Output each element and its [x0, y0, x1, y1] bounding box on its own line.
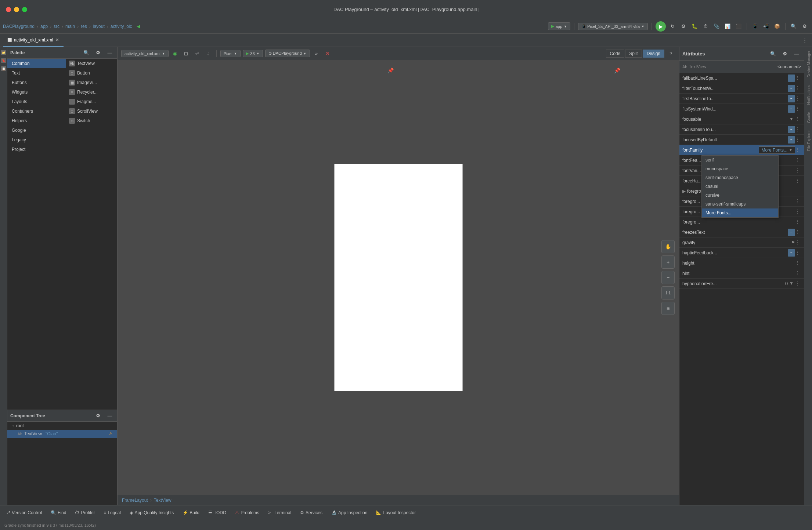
device-display-selector[interactable]: Pixel ▼: [220, 50, 241, 57]
font-family-input[interactable]: More Fonts... ▼: [759, 146, 795, 154]
app-inspection-tool[interactable]: 🔬 App Inspection: [329, 509, 369, 517]
category-helpers[interactable]: Helpers: [7, 116, 66, 126]
attr-collapse-icon[interactable]: —: [792, 49, 801, 58]
breadcrumb-textview[interactable]: TextView: [154, 498, 172, 503]
tree-settings-icon[interactable]: ⚙: [94, 411, 102, 420]
more-options-icon[interactable]: »: [312, 49, 321, 58]
category-containers[interactable]: Containers: [7, 106, 66, 116]
tree-root[interactable]: □ root: [7, 422, 117, 430]
todo-tool[interactable]: ☰ TODO: [206, 509, 228, 517]
layout-file-selector[interactable]: activity_old_xml.xml ▼: [121, 50, 169, 57]
profiler-tool[interactable]: ⏱ Profiler: [73, 509, 97, 517]
sync-icon[interactable]: ↻: [668, 22, 677, 31]
device-selector[interactable]: 📱 Pixel_3a_API_33_arm64-v8a ▼: [578, 23, 648, 30]
palette-collapse-icon[interactable]: —: [105, 48, 114, 57]
tab-activity-xml[interactable]: ⬜ activity_old_xml.xml ✕: [3, 34, 64, 47]
breadcrumb-layout[interactable]: layout: [93, 24, 105, 29]
breadcrumb-app[interactable]: app: [40, 24, 48, 29]
font-option-monospace[interactable]: monospace: [702, 164, 778, 173]
tab-code[interactable]: Code: [606, 50, 625, 58]
sdk-icon[interactable]: 📦: [773, 22, 782, 31]
settings-icon[interactable]: ⚙: [800, 22, 809, 31]
breadcrumb-res[interactable]: res: [81, 24, 87, 29]
font-family-dropdown-arrow[interactable]: ▼: [789, 148, 793, 152]
attach-icon[interactable]: 📎: [712, 22, 721, 31]
tab-design[interactable]: Design: [643, 50, 664, 58]
app-selector[interactable]: ▶ app ▼: [548, 22, 570, 30]
orientation-icon[interactable]: ⇌: [193, 49, 202, 58]
maximize-button[interactable]: [22, 7, 27, 12]
breadcrumb-framelayout[interactable]: FrameLayout: [122, 498, 148, 503]
attr-search-icon[interactable]: 🔍: [769, 49, 777, 58]
font-option-casual[interactable]: casual: [702, 182, 778, 191]
attr-dropdown-hyphenation[interactable]: ▼: [789, 281, 795, 287]
profile-icon[interactable]: ⏱: [701, 22, 710, 31]
terminal-tool[interactable]: >_ Terminal: [266, 509, 293, 517]
build-icon[interactable]: ⚙: [679, 22, 688, 31]
breadcrumb-main[interactable]: main: [65, 24, 75, 29]
attr-minus-btn-filter[interactable]: −: [788, 85, 795, 92]
attr-minus-btn-haptic[interactable]: −: [788, 249, 795, 257]
widget-button[interactable]: □ Button: [66, 68, 117, 78]
category-buttons[interactable]: Buttons: [7, 78, 66, 87]
tree-collapse-icon[interactable]: —: [105, 411, 114, 420]
zoom-in-tool[interactable]: +: [661, 255, 675, 269]
coverage-icon[interactable]: 📊: [723, 22, 732, 31]
design-surface-icon[interactable]: ◉: [171, 49, 180, 58]
fit-screen-tool[interactable]: 1:1: [661, 286, 675, 300]
category-layouts[interactable]: Layouts: [7, 97, 66, 106]
find-tool[interactable]: 🔍 Find: [48, 509, 68, 517]
tab-split[interactable]: Split: [625, 50, 642, 58]
tab-close-button[interactable]: ✕: [55, 37, 59, 43]
widget-recyclerview[interactable]: ≡ Recycler...: [66, 87, 117, 97]
attr-dropdown-focusable[interactable]: ▼: [789, 116, 795, 122]
notifications-panel[interactable]: Notifications: [804, 81, 812, 108]
attr-minus-btn-fallback[interactable]: −: [788, 75, 795, 82]
attr-minus-btn-freezes[interactable]: −: [788, 229, 795, 236]
tree-textview[interactable]: Ab TextView "Ciao" ⚠: [7, 430, 117, 438]
layout-inspector-tool[interactable]: 📐 Layout Inspector: [374, 509, 418, 517]
font-option-serif[interactable]: serif: [702, 156, 778, 164]
breadcrumb-src[interactable]: src: [54, 24, 59, 29]
logcat-tool[interactable]: ≡ Logcat: [101, 509, 123, 517]
breadcrumb-dacplayground[interactable]: DACPlayground: [3, 24, 35, 29]
palette-settings-icon[interactable]: ⚙: [94, 48, 102, 57]
project-selector[interactable]: ⊙ DACPlayground ▼: [265, 50, 310, 57]
project-icon[interactable]: 📁: [1, 50, 6, 55]
attr-minus-btn-focused[interactable]: −: [788, 136, 795, 144]
attr-settings-icon[interactable]: ⚙: [780, 49, 789, 58]
error-indicator[interactable]: ⊘: [323, 49, 332, 58]
run-button[interactable]: ▶: [656, 21, 666, 32]
gradle-panel[interactable]: Gradle: [804, 108, 812, 127]
flip-icon[interactable]: ↕: [204, 49, 213, 58]
blueprint-toggle-icon[interactable]: ◻: [182, 49, 191, 58]
bookmarks-icon[interactable]: 🔖: [1, 58, 6, 63]
category-text[interactable]: Text: [7, 68, 66, 78]
bookmark-icon[interactable]: ◀: [134, 22, 143, 31]
category-common[interactable]: Common: [7, 59, 66, 68]
version-control-tool[interactable]: ⎇ Version Control: [3, 509, 44, 517]
minimize-button[interactable]: [14, 7, 19, 12]
category-google[interactable]: Google: [7, 126, 66, 135]
attr-minus-btn-baseline[interactable]: −: [788, 95, 795, 102]
tab-overflow-button[interactable]: ⋮: [800, 36, 809, 45]
device-manager-panel[interactable]: Device Manager: [804, 47, 812, 81]
widget-scrollview[interactable]: □ ScrollView: [66, 106, 117, 116]
zoom-out-tool[interactable]: −: [661, 271, 675, 284]
file-explorer-panel[interactable]: File Explorer: [804, 127, 812, 155]
widget-fragment[interactable]: □ Fragme...: [66, 97, 117, 106]
widget-imageview[interactable]: ▦ ImageVi...: [66, 78, 117, 87]
font-option-serif-monospace[interactable]: serif-monospace: [702, 173, 778, 182]
font-option-cursive[interactable]: cursive: [702, 191, 778, 200]
problems-tool[interactable]: ⚠ Problems: [233, 509, 261, 517]
build-tool[interactable]: ⚡ Build: [180, 509, 202, 517]
hand-tool[interactable]: ✋: [661, 240, 675, 253]
palette-search-icon[interactable]: 🔍: [82, 48, 91, 57]
attr-font-family[interactable]: fontFamily More Fonts... ▼ ⋮ serif monos…: [679, 145, 804, 155]
avd-icon[interactable]: 📲: [762, 22, 771, 31]
debug-icon[interactable]: 🐛: [690, 22, 699, 31]
search-icon[interactable]: 🔍: [789, 22, 798, 31]
attr-minus-btn-fits[interactable]: −: [788, 105, 795, 113]
canvas-help-icon[interactable]: ?: [667, 49, 675, 58]
device-manager-icon[interactable]: 📱: [751, 22, 759, 31]
